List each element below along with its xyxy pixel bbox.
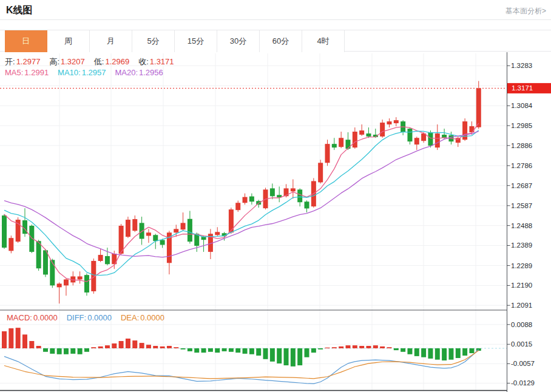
svg-text:1.2488: 1.2488 [511,222,532,229]
candles-layer [2,81,481,303]
svg-text:1.2389: 1.2389 [511,242,532,249]
tab-weekly[interactable]: 周 [47,30,90,52]
ohlc-open: 开:1.2977 [5,57,40,66]
dea-legend-item: DEA:0.0000 [121,313,164,322]
svg-text:-0.0129: -0.0129 [511,379,535,387]
svg-text:1.2587: 1.2587 [511,202,532,209]
ma10-legend-item: MA10:1.2957 [58,68,106,77]
svg-text:1.2091: 1.2091 [511,302,532,309]
gridlines [0,53,507,391]
ma10-line [4,130,479,275]
tab-4hour[interactable]: 4时 [302,30,345,52]
diff-line [4,350,479,384]
macd-histogram [2,328,481,367]
ma-legend: MA5:1.2991MA10:1.2957MA20:1.2956 [5,68,172,77]
page-header: K线图 基本面分析> [0,0,551,20]
macd-legend-item-value: 0.0000 [33,313,58,322]
ohlc-close-label: 收: [138,57,149,66]
ma5-legend-item-value: 1.2991 [24,68,49,77]
tab-5min[interactable]: 5分 [132,30,175,52]
ohlc-close-value: 1.3171 [150,57,174,66]
dea-legend-item-label: DEA: [121,313,139,322]
ohlc-low-value: 1.2969 [105,57,129,66]
dea-line [4,351,479,379]
diff-legend-item-label: DIFF: [67,313,87,322]
macd-legend: MACD:0.0000DIFF:0.0000DEA:0.0000 [7,313,174,322]
tab-daily[interactable]: 日 [5,30,47,52]
kline-chart-svg: 1.32831.30841.29851.28861.27861.26871.25… [0,52,551,392]
kline-page: K线图 基本面分析> 日周月5分15分30分60分4时 1.32831.3084… [0,0,551,392]
ma5-legend-item: MA5:1.2991 [5,68,49,77]
svg-text:1.3084: 1.3084 [511,102,533,109]
interval-tabbar: 日周月5分15分30分60分4时 [0,30,551,52]
tab-60min[interactable]: 60分 [260,30,302,52]
svg-text:1.2687: 1.2687 [511,182,532,189]
chart-area[interactable]: 1.32831.30841.29851.28861.27861.26871.25… [0,52,551,392]
ohlc-open-label: 开: [5,57,15,66]
dea-legend-item-value: 0.0000 [140,313,164,322]
macd-legend-item: MACD:0.0000 [7,313,58,322]
ohlc-legend: 开:1.2977高:1.3207低:1.2969收:1.3171 [5,56,183,67]
ohlc-close: 收:1.3171 [138,57,174,66]
fundamental-analysis-link[interactable]: 基本面分析> [505,6,546,16]
page-title: K线图 [6,4,33,17]
svg-text:0.0015: 0.0015 [511,340,532,348]
tab-30min[interactable]: 30分 [217,30,260,52]
ma20-line [4,131,479,257]
ma5-legend-item-label: MA5: [5,68,23,77]
ohlc-open-value: 1.2977 [16,57,41,66]
svg-text:1.3171: 1.3171 [512,84,533,92]
tab-monthly[interactable]: 月 [90,30,132,52]
current-price-tag: 1.3171 [507,83,551,93]
ma5-line [4,123,479,282]
svg-text:1.2786: 1.2786 [511,162,532,169]
ohlc-low: 低:1.2969 [94,57,129,66]
svg-text:1.2190: 1.2190 [511,282,532,289]
svg-text:1.2985: 1.2985 [511,122,532,129]
axis-labels: 1.32831.30841.29851.28861.27861.26871.25… [507,62,535,387]
svg-text:0.0088: 0.0088 [511,321,532,328]
svg-text:-0.0057: -0.0057 [511,360,535,367]
ma10-legend-item-label: MA10: [58,68,81,77]
svg-text:1.3283: 1.3283 [511,62,532,69]
ma20-legend-item: MA20:1.2956 [115,68,163,77]
ohlc-low-label: 低: [94,57,104,66]
diff-legend-item: DIFF:0.0000 [67,313,112,322]
tab-15min[interactable]: 15分 [175,30,217,52]
ohlc-high-label: 高: [49,57,59,66]
ohlc-high-value: 1.3207 [61,57,85,66]
svg-text:1.2886: 1.2886 [511,142,532,149]
ma20-legend-item-value: 1.2956 [139,68,163,77]
ma10-legend-item-value: 1.2957 [82,68,106,77]
diff-legend-item-value: 0.0000 [87,313,112,322]
svg-text:1.2289: 1.2289 [511,262,532,269]
ma20-legend-item-label: MA20: [115,68,138,77]
macd-legend-item-label: MACD: [7,313,32,322]
ohlc-high: 高:1.3207 [49,57,84,66]
